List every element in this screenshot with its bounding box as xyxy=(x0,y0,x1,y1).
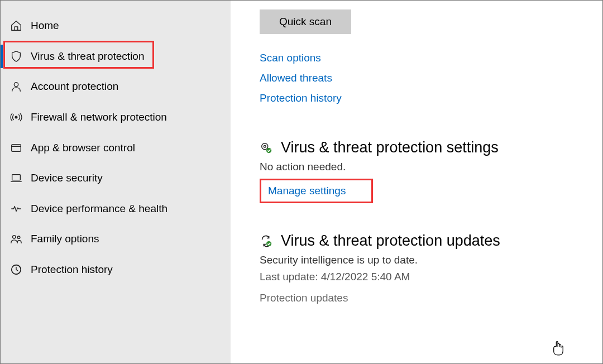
nav-account[interactable]: Account protection xyxy=(1,71,231,102)
updates-section-title: Virus & threat protection updates xyxy=(281,232,500,250)
svg-point-6 xyxy=(13,236,16,239)
nav-label: Home xyxy=(31,20,59,32)
svg-point-1 xyxy=(15,116,17,118)
gear-check-icon xyxy=(260,141,273,155)
settings-section-title: Virus & threat protection settings xyxy=(281,139,499,156)
svg-point-11 xyxy=(266,148,271,153)
nav-label: Device performance & health xyxy=(31,203,168,215)
person-icon xyxy=(9,80,23,93)
laptop-icon xyxy=(9,171,23,185)
manage-settings-link[interactable]: Manage settings xyxy=(268,185,346,197)
svg-rect-2 xyxy=(12,144,21,151)
nav-device-health[interactable]: Device performance & health xyxy=(1,194,231,224)
nav-family[interactable]: Family options xyxy=(1,224,231,255)
protection-history-link[interactable]: Protection history xyxy=(260,92,602,104)
cursor-icon xyxy=(552,341,564,358)
nav-label: Account protection xyxy=(31,80,118,93)
shield-icon xyxy=(9,50,23,63)
app-window-icon xyxy=(9,141,23,155)
nav-home[interactable]: Home xyxy=(1,11,231,41)
people-icon xyxy=(9,232,23,246)
annotation-highlight-2: Manage settings xyxy=(260,179,373,203)
nav-label: Device security xyxy=(31,172,103,184)
nav-label: App & browser control xyxy=(31,142,135,154)
nav-virus-threat[interactable]: Virus & threat protection xyxy=(1,41,231,72)
settings-section-status: No action needed. xyxy=(260,161,602,173)
updates-section-status: Security intelligence is up to date. xyxy=(260,254,602,266)
history-icon xyxy=(9,263,23,276)
nav-app-browser[interactable]: App & browser control xyxy=(1,132,231,163)
updates-section: Virus & threat protection updates Securi… xyxy=(260,232,602,304)
settings-section: Virus & threat protection settings No ac… xyxy=(260,139,602,203)
scan-options-link[interactable]: Scan options xyxy=(260,52,602,64)
nav-label: Family options xyxy=(31,233,99,245)
nav-firewall[interactable]: Firewall & network protection xyxy=(1,102,231,133)
nav-label: Protection history xyxy=(31,264,113,276)
svg-point-0 xyxy=(14,83,18,87)
sidebar: Home Virus & threat protection Account p… xyxy=(1,1,231,363)
sync-check-icon xyxy=(260,234,273,248)
protection-updates-link[interactable]: Protection updates xyxy=(260,292,348,304)
svg-rect-4 xyxy=(12,175,21,180)
nav-label: Virus & threat protection xyxy=(31,50,144,63)
svg-point-12 xyxy=(266,241,271,246)
quick-scan-button[interactable]: Quick scan xyxy=(260,9,351,34)
nav-device-security[interactable]: Device security xyxy=(1,163,231,194)
allowed-threats-link[interactable]: Allowed threats xyxy=(260,72,602,84)
svg-point-10 xyxy=(264,145,266,147)
svg-point-9 xyxy=(262,143,268,149)
nav-protection-history[interactable]: Protection history xyxy=(1,255,231,285)
updates-last-update: Last update: 4/12/2022 5:40 AM xyxy=(260,271,602,283)
svg-point-7 xyxy=(17,236,20,239)
home-icon xyxy=(9,19,23,32)
antenna-icon xyxy=(9,111,23,124)
nav-label: Firewall & network protection xyxy=(31,111,167,123)
main-content: Quick scan Scan options Allowed threats … xyxy=(231,1,602,363)
heart-rate-icon xyxy=(9,202,23,215)
